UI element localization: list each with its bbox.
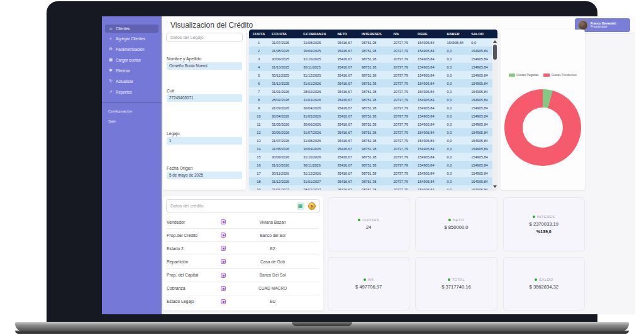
table-row[interactable]: 1431/08/202630/09/202635416,6798751,3820… xyxy=(249,145,492,153)
detail-icon[interactable] xyxy=(221,286,226,291)
table-cell: 20737,79 xyxy=(390,74,414,77)
table-cell: 16 xyxy=(249,163,269,167)
field-value[interactable]: 1 xyxy=(167,137,242,145)
table-row[interactable]: 530/11/202531/12/202535416,6798751,38207… xyxy=(249,71,492,79)
credito-row-label: Prop.del Crédito xyxy=(167,233,221,238)
sidebar-item-cargar-cuotas[interactable]: ▦Cargar cuotas xyxy=(105,55,158,64)
avatar xyxy=(578,20,588,30)
summary-cards: CUOTAS24NETO$ 850000,0INTERES$ 2370033,1… xyxy=(328,197,585,310)
detail-icon[interactable] xyxy=(221,246,226,251)
table-row[interactable]: 828/02/202631/03/202635416,6798751,38207… xyxy=(249,96,492,104)
field-value[interactable]: 27245405071 xyxy=(167,94,242,102)
green-dot-icon xyxy=(535,278,537,281)
laptop-base xyxy=(15,322,629,331)
column-header-debe: DEBE xyxy=(414,32,443,36)
table-cell: 154905,84 xyxy=(414,163,443,167)
credito-row-label: Vendedor xyxy=(167,220,221,224)
table-cell: 154905,84 xyxy=(414,188,443,190)
table-cell: 20737,79 xyxy=(390,172,414,175)
table-row[interactable]: 330/09/202531/10/202535416,6798751,38207… xyxy=(249,55,492,63)
scroll-up-arrow-icon[interactable] xyxy=(493,40,497,43)
credito-row-value: Casa de Gob xyxy=(226,260,319,264)
table-row[interactable]: 1931/01/202728/02/202735416,6798751,3820… xyxy=(249,185,492,190)
table-cell: 0,0 xyxy=(444,49,469,53)
scroll-down-arrow-icon[interactable] xyxy=(493,185,497,188)
table-row[interactable]: 1030/04/202631/05/202635416,6798751,3820… xyxy=(249,112,492,120)
table-row[interactable]: 131/07/202531/08/202535416,6798751,38207… xyxy=(249,38,492,47)
installments-table: CUOTAF.CUOTAF.COBRANZANETOINTERESESIVADE… xyxy=(249,30,497,190)
table-cell: 2 xyxy=(249,49,269,53)
gear-icon: ⚙ xyxy=(108,47,113,52)
table-cell: 31/10/2025 xyxy=(300,57,334,61)
table-cell: 154905,84 xyxy=(468,139,492,143)
table-cell: 31/12/2026 xyxy=(300,172,334,175)
credito-panel: Datos del crédito ▦ $ VendedorViviana Ba… xyxy=(163,196,323,310)
table-scrollbar[interactable] xyxy=(492,38,497,190)
table-row[interactable]: 1131/05/202630/06/202635416,6798751,3820… xyxy=(249,120,492,128)
table-cell: 7 xyxy=(249,90,269,94)
table-cell: 154905,84 xyxy=(414,114,443,118)
sidebar-item-reportes[interactable]: ↗Reportes xyxy=(105,87,158,96)
sidebar-item-parametrizacion[interactable]: ⚙Parametrización xyxy=(105,45,158,53)
field-value[interactable]: Ormeño Sonia Noemi xyxy=(167,62,242,70)
scrollbar-thumb[interactable] xyxy=(493,45,497,60)
table-cell: 154905,84 xyxy=(468,49,492,53)
table-cell: 20737,79 xyxy=(390,180,414,184)
table-cell: 35416,67 xyxy=(334,131,358,135)
sidebar-item-salir[interactable]: Salir xyxy=(105,117,158,125)
table-cell: 0,0 xyxy=(444,57,469,61)
summary-card-extra: %139,0 xyxy=(536,229,552,234)
table-cell: 98751,38 xyxy=(358,139,390,143)
summary-card-label-row: NETO xyxy=(448,218,464,222)
table-row[interactable]: 631/12/202531/01/202635416,6798751,38207… xyxy=(249,79,492,87)
table-row[interactable]: 431/10/202530/11/202535416,6798751,38207… xyxy=(249,63,492,71)
table-cell: 98751,38 xyxy=(358,180,390,184)
table-cell: 154905,84 xyxy=(414,74,443,77)
table-row[interactable]: 1230/06/202631/07/202635416,6798751,3820… xyxy=(249,128,492,136)
table-cell: 28/02/2027 xyxy=(300,188,334,190)
field-label: Nombre y Apellido xyxy=(167,57,242,61)
table-cell: 35416,67 xyxy=(334,114,358,118)
detail-icon[interactable] xyxy=(221,299,226,304)
table-cell: 98751,38 xyxy=(358,41,390,45)
sidebar-item-eliminar[interactable]: ✖Eliminar xyxy=(105,66,158,75)
table-cell: 154905,84 xyxy=(468,90,492,94)
table-cell: 0,0 xyxy=(444,123,469,126)
field-value[interactable]: 5 de mayo de 2025 xyxy=(167,172,242,179)
table-row[interactable]: 1631/10/202630/11/202635416,6798751,3820… xyxy=(249,161,492,169)
table-cell: 4 xyxy=(249,65,269,69)
summary-card-value: $ 497706,97 xyxy=(355,284,382,290)
sidebar-item-clientes[interactable]: ☺Clientes xyxy=(105,25,158,33)
donut-hole xyxy=(523,107,563,148)
user-role: Programador xyxy=(591,25,616,29)
coin-icon: $ xyxy=(308,202,316,210)
detail-icon[interactable] xyxy=(221,259,226,264)
export-spreadsheet-button[interactable]: ▦ xyxy=(296,202,304,210)
table-row[interactable]: 731/01/202628/02/202635416,6798751,38207… xyxy=(249,87,492,96)
credito-row-prop-del-credito: Prop.del CréditoBanco del Sol xyxy=(167,229,319,242)
table-cell: 1 xyxy=(249,41,269,45)
table-cell: 35416,67 xyxy=(334,41,358,45)
table-cell: 28/02/2026 xyxy=(269,98,300,102)
table-cell: 31/12/2025 xyxy=(300,74,334,77)
table-row[interactable]: 231/08/202530/09/202535416,6798751,38207… xyxy=(249,47,492,55)
table-row[interactable]: 931/03/202630/04/202635416,6798751,38207… xyxy=(249,104,492,112)
table-row[interactable]: 1730/11/202631/12/202635416,6798751,3820… xyxy=(249,169,492,177)
detail-icon[interactable] xyxy=(221,219,226,224)
table-cell: 20737,79 xyxy=(390,114,414,118)
table-cell: 10 xyxy=(249,114,269,118)
table-cell: 0,0 xyxy=(444,82,469,85)
table-row[interactable]: 1530/09/202631/10/202635416,6798751,3820… xyxy=(249,153,492,161)
table-cell: 8 xyxy=(249,98,269,102)
sidebar-item-agregar-clientes[interactable]: +Agregar Clientes xyxy=(105,35,158,43)
table-cell: 0,0 xyxy=(444,147,469,151)
detail-icon[interactable] xyxy=(221,233,226,238)
table-row[interactable]: 1831/12/202631/01/202735416,6798751,3820… xyxy=(249,177,492,185)
currency-button[interactable]: $ xyxy=(308,202,316,210)
sidebar-item-actualizar[interactable]: ↻Actualizar xyxy=(105,77,158,85)
sidebar-item-configuracion[interactable]: Configuración xyxy=(105,107,158,115)
detail-icon[interactable] xyxy=(221,273,226,278)
table-row[interactable]: 1331/07/202631/08/202635416,6798751,3820… xyxy=(249,136,492,145)
table-cell: 15 xyxy=(249,155,269,159)
summary-card-value: $ 3562834,32 xyxy=(530,284,558,290)
